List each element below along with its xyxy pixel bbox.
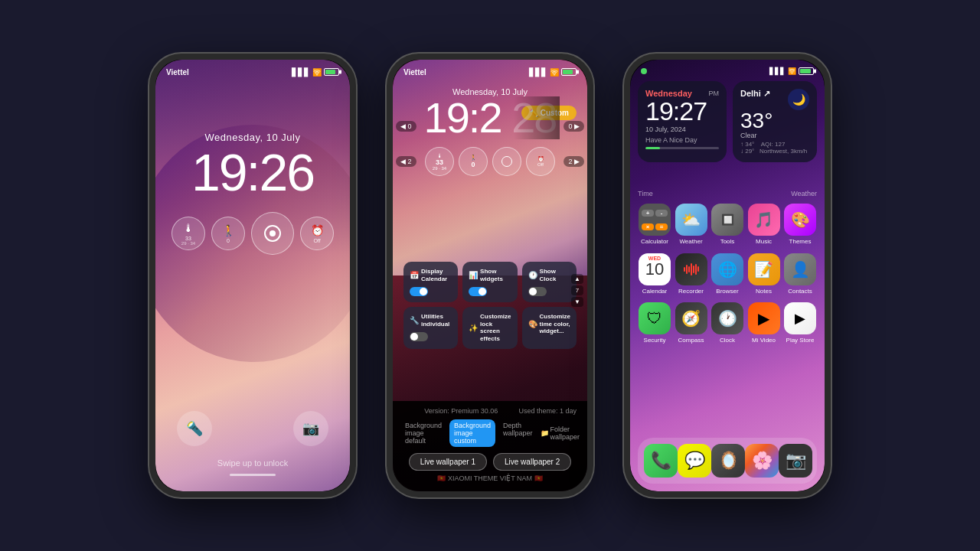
battery-icon [324,68,339,76]
p2-utilities-title: Utilities individual [421,313,452,328]
dock-photos[interactable]: 🌸 [745,444,779,478]
p2-shortcut-effects[interactable]: ✨ Customize lock screen effects [462,307,517,348]
p3-progress-fill [645,147,660,149]
app-mivideo[interactable]: ▶ Mi Video [747,302,781,344]
p3-apps-row2: Wed 10 Calendar [638,253,817,295]
calculator-icon: + - × = [639,204,671,236]
playstore-icon: ▶ [784,302,816,334]
app-contacts[interactable]: 👤 Contacts [783,253,817,295]
dock-messages-icon: 💬 [678,444,711,478]
app-tools[interactable]: 🔲 Tools [710,204,744,246]
browser-icon: 🌐 [711,253,743,285]
p2-livewall2-btn[interactable]: Live wallpaper 2 [493,453,571,471]
phone3-frame: ▋▋▋ 🛜 Wednesday PM 19:27 10 July, 2024 H… [624,54,831,497]
tools-icon: 🔲 [711,204,743,236]
p2-carrier-label: Viettel [403,68,426,77]
p2-left-arrow-top[interactable]: ◀ 0 [396,121,416,132]
p2-tab-custom[interactable]: Background image custom [449,419,495,447]
p3-weather-wind: ↓ 29° Northwest, 3km/h [740,148,809,155]
calendar-icon: Wed 10 [639,253,671,285]
p2-timecolor-icon: 🎨 [528,320,537,328]
themes-label: Themes [789,238,812,246]
app-notes[interactable]: 📝 Notes [747,253,781,295]
dock-phone-icon: 📞 [644,444,678,478]
p3-widget-period: PM [709,90,720,97]
camera-icon: 📷 [302,420,319,437]
calculator-label: Calculator [641,238,668,246]
phone1-screen: Viettel ▋▋▋ 🛜 Wednesday, 10 July 19:26 🌡… [155,60,350,491]
recorder-icon [675,253,707,285]
p2-shortcut-widgets[interactable]: 📊 Show widgets [462,262,517,302]
contacts-icon: 👤 [784,253,816,285]
app-recorder[interactable]: Recorder [675,253,708,295]
contacts-label: Contacts [788,288,812,295]
mivideo-label: Mi Video [752,337,776,344]
screentime-circle [264,225,281,242]
p2-shortcut-timecolor[interactable]: 🎨 Customize time color, widget... [522,307,577,348]
p3-weather-top: Delhi ↗ 🌙 [740,89,809,110]
p2-right-arrow-top[interactable]: 0 ▶ [564,121,584,132]
app-clock[interactable]: 🕐 Clock [710,302,744,344]
phone1-frame: Viettel ▋▋▋ 🛜 Wednesday, 10 July 19:26 🌡… [149,54,356,497]
compass-label: Compass [678,337,704,344]
p2-tab-folder[interactable]: 📁 Folder wallpaper [541,419,580,447]
p2-tab-depth[interactable]: Depth wallpaper [498,419,537,447]
p2-shortcut-clock[interactable]: 🕐 Show Clock [522,262,577,302]
app-calculator[interactable]: + - × = Calculator [638,204,671,246]
camera-button[interactable]: 📷 [293,411,328,446]
p2-livewall1-btn[interactable]: Live wallpaper 1 [409,453,487,471]
p2-shortcut-calendar[interactable]: 📅 Display Calendar [403,262,458,302]
lock-widget-screentime[interactable] [251,212,294,255]
lock-bottom-row: 🔦 📷 [155,411,350,446]
p2-version-info: Version: Premium 30.06 Used theme: 1 day [403,407,577,415]
dock-camera[interactable]: 📷 [779,444,812,478]
p2-clock-toggle[interactable] [528,287,547,296]
p2-shortcut-utilities[interactable]: 🔧 Utilities individual [403,307,458,348]
app-security[interactable]: 🛡 Security [638,302,671,344]
p3-time-widget[interactable]: Wednesday PM 19:27 10 July, 2024 Have A … [638,81,727,162]
app-calendar[interactable]: Wed 10 Calendar [638,253,671,295]
p2-widgets-title: Show widgets [480,268,511,282]
p2-brand: 🇻🇳 XIAOMI THEME VIỆT NAM 🇻🇳 [403,474,577,482]
app-playstore[interactable]: ▶ Play Store [783,302,817,344]
p2-wifi-icon: 🛜 [550,68,559,77]
dock-messages[interactable]: 💬 [678,444,711,478]
app-themes[interactable]: 🎨 Themes [783,204,817,246]
p2-signal-icon: ▋▋▋ [529,68,547,77]
app-compass[interactable]: 🧭 Compass [675,302,708,344]
p2-battery-icon [561,68,577,76]
p2-effects-title: Customize lock screen effects [480,313,511,342]
lock-bottom: 🔦 📷 Swipe up to unlock [155,411,350,491]
dock-camera-icon: 📷 [779,444,812,478]
weather-icon: ⛅ [675,204,707,236]
p2-widgets-toggle[interactable] [469,287,487,296]
lock-widget-weather[interactable]: 🌡 33 29 · 34 [172,217,205,250]
p2-left-arrow-mid[interactable]: ◀ 2 [396,156,416,167]
p2-time-hidden: 28 [511,93,556,142]
p3-apps-section: + - × = Calculator ⛅ Weather 🔲 Tools [638,204,817,352]
themes-icon: 🎨 [784,204,816,236]
p2-tab-default[interactable]: Background image default [400,419,446,447]
p2-scroll-down[interactable]: ▼ [571,297,583,307]
p2-scroll-buttons: ▲ 7 ▼ [571,274,583,307]
calendar-label: Calendar [642,288,667,295]
p2-right-arrow-mid[interactable]: 2 ▶ [564,156,584,167]
p3-widget-date: 10 July, 2024 [645,126,719,133]
p2-page-num: 7 [571,285,583,295]
lock-widget-steps[interactable]: 🚶 0 [211,217,245,250]
p2-calendar-toggle[interactable] [410,287,428,296]
browser-label: Browser [716,288,738,295]
dock-phone[interactable]: 📞 [644,444,678,478]
lock-widget-alarm[interactable]: ⏰ Off [300,217,334,250]
p3-status-icons: ▋▋▋ 🛜 [769,67,814,75]
flashlight-button[interactable]: 🔦 [177,411,212,446]
app-music[interactable]: 🎵 Music [747,204,781,246]
p3-widget-clock: 19:27 [645,98,719,124]
p3-weather-highlow: ↑ 34° AQI: 127 [740,141,809,148]
p3-weather-widget[interactable]: Delhi ↗ 🌙 33° Clear ↑ 34° AQI: 127 ↓ 29° [733,81,817,162]
p2-utilities-toggle[interactable] [410,332,428,341]
dock-mirror[interactable]: 🪞 [711,444,745,478]
app-weather[interactable]: ⛅ Weather [675,204,708,246]
p2-scroll-up[interactable]: ▲ [571,274,583,284]
app-browser[interactable]: 🌐 Browser [710,253,744,295]
